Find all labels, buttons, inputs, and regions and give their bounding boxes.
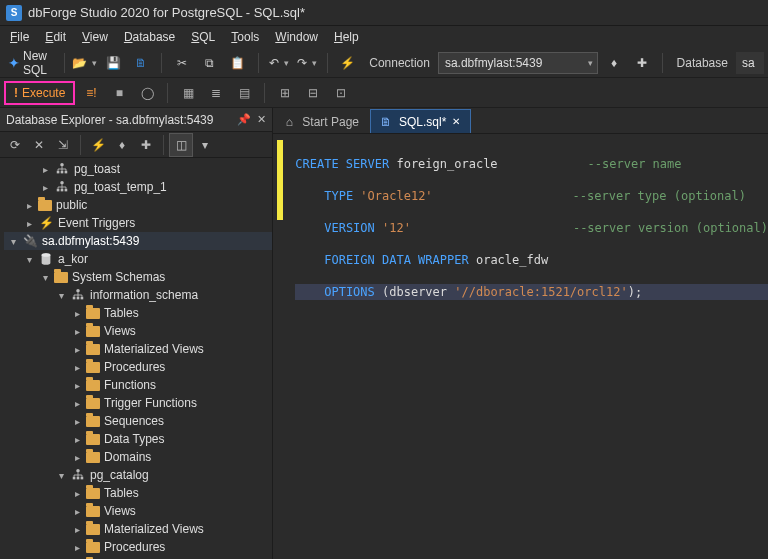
menu-database[interactable]: Database — [118, 28, 181, 46]
tree-node[interactable]: ▸pg_toast_temp_1 — [4, 178, 272, 196]
expand-toggle[interactable]: ▸ — [72, 434, 82, 445]
expand-toggle[interactable]: ▸ — [72, 344, 82, 355]
tree-node[interactable]: ▾a_kor — [4, 250, 272, 268]
refresh-button[interactable]: ⟳ — [4, 134, 26, 156]
new-connection-button[interactable]: ⚡ — [87, 134, 109, 156]
expand-toggle[interactable]: ▸ — [72, 308, 82, 319]
folder-icon — [86, 308, 100, 319]
close-connection-button[interactable]: ✕ — [28, 134, 50, 156]
plug-icon: ♦ — [119, 138, 125, 152]
pin-icon[interactable]: 📌 — [237, 113, 251, 126]
expand-toggle[interactable]: ▾ — [24, 254, 34, 265]
connection-select[interactable]: sa.dbfmylast:5439 ▾ — [438, 52, 598, 74]
open-button[interactable]: 📂▾ — [73, 51, 98, 75]
tree-node[interactable]: ▸Tables — [4, 484, 272, 502]
expand-toggle[interactable]: ▸ — [72, 326, 82, 337]
expand-toggle[interactable]: ▸ — [40, 164, 50, 175]
tree-node[interactable]: ▸Sequences — [4, 412, 272, 430]
connect-button[interactable]: ⚡ — [335, 51, 359, 75]
expand-toggle[interactable]: ▸ — [72, 488, 82, 499]
menu-view[interactable]: View — [76, 28, 114, 46]
tab-start-page[interactable]: ⌂ Start Page — [273, 109, 370, 133]
app-icon: S — [6, 5, 22, 21]
record-button[interactable]: ◯ — [135, 81, 159, 105]
tree-node[interactable]: ▸Materialized Views — [4, 340, 272, 358]
paste-button[interactable]: 📋 — [226, 51, 250, 75]
execute-button[interactable]: ! Execute — [4, 81, 75, 105]
tree-node[interactable]: ▸Trigger Functions — [4, 394, 272, 412]
cut-button[interactable]: ✂ — [170, 51, 194, 75]
menu-edit[interactable]: Edit — [39, 28, 72, 46]
expand-toggle[interactable]: ▾ — [56, 470, 66, 481]
menu-sql[interactable]: SQL — [185, 28, 221, 46]
text-view-button[interactable]: ≣ — [204, 81, 228, 105]
execute-current-button[interactable]: ≡! — [79, 81, 103, 105]
folder-icon — [86, 326, 100, 337]
tree-node[interactable]: ▾🔌sa.dbfmylast:5439 — [4, 232, 272, 250]
connection-misc-button[interactable]: ✚ — [135, 134, 157, 156]
copy-button[interactable]: ⧉ — [198, 51, 222, 75]
tree-node[interactable]: ▸Procedures — [4, 358, 272, 376]
tree-node[interactable]: ▾System Schemas — [4, 268, 272, 286]
schema-view-button[interactable]: ◫ — [170, 134, 192, 156]
expand-toggle[interactable]: ▸ — [72, 416, 82, 427]
list-icon: ≣ — [211, 86, 221, 100]
tree-node[interactable]: ▸public — [4, 196, 272, 214]
menu-window[interactable]: Window — [269, 28, 324, 46]
expand-toggle[interactable]: ▸ — [24, 200, 34, 211]
tree-node[interactable]: ▸Views — [4, 322, 272, 340]
menu-help[interactable]: Help — [328, 28, 365, 46]
expand-toggle[interactable]: ▾ — [8, 236, 18, 247]
layout-1-button[interactable]: ⊞ — [273, 81, 297, 105]
collapse-button[interactable]: ⇲ — [52, 134, 74, 156]
tree-node[interactable]: ▸⚡Event Triggers — [4, 214, 272, 232]
tree-label: Data Types — [104, 432, 164, 446]
expand-toggle[interactable]: ▸ — [72, 506, 82, 517]
explorer-tree[interactable]: ▸pg_toast▸pg_toast_temp_1▸public▸⚡Event … — [0, 158, 272, 559]
tree-node[interactable]: ▸Tables — [4, 304, 272, 322]
new-sql-button[interactable]: ✦ New SQL — [4, 51, 56, 75]
menu-file[interactable]: File — [4, 28, 35, 46]
svg-rect-7 — [65, 189, 68, 192]
expand-toggle[interactable]: ▸ — [72, 452, 82, 463]
tree-node[interactable]: ▸pg_toast — [4, 160, 272, 178]
connection-manage-button[interactable]: ♦ — [602, 51, 626, 75]
expand-toggle[interactable]: ▾ — [56, 290, 66, 301]
expand-toggle[interactable]: ▸ — [24, 218, 34, 229]
grid-view-button[interactable]: ▦ — [176, 81, 200, 105]
expand-toggle[interactable]: ▸ — [72, 542, 82, 553]
close-icon[interactable]: ✕ — [452, 116, 460, 127]
tree-node[interactable]: ▸Domains — [4, 448, 272, 466]
filter-button[interactable]: ▾ — [194, 134, 216, 156]
tab-sql[interactable]: 🗎 SQL.sql* ✕ — [370, 109, 471, 133]
expand-toggle[interactable]: ▸ — [72, 380, 82, 391]
database-select[interactable]: sa — [736, 52, 764, 74]
tree-label: Views — [104, 504, 136, 518]
menu-tools[interactable]: Tools — [225, 28, 265, 46]
tree-node[interactable]: ▾pg_catalog — [4, 466, 272, 484]
expand-toggle[interactable]: ▸ — [72, 524, 82, 535]
save-all-button[interactable]: 🗎 — [129, 51, 153, 75]
tree-node[interactable]: ▸Procedures — [4, 538, 272, 556]
tree-node[interactable]: ▾information_schema — [4, 286, 272, 304]
expand-toggle[interactable]: ▸ — [72, 398, 82, 409]
chart-view-button[interactable]: ▤ — [232, 81, 256, 105]
expand-toggle[interactable]: ▸ — [72, 362, 82, 373]
redo-button[interactable]: ↷▾ — [295, 51, 319, 75]
layout-2-button[interactable]: ⊟ — [301, 81, 325, 105]
connection-props-button[interactable]: ♦ — [111, 134, 133, 156]
layout-3-button[interactable]: ⊡ — [329, 81, 353, 105]
undo-button[interactable]: ↶▾ — [267, 51, 291, 75]
tree-node[interactable]: ▸Materialized Views — [4, 520, 272, 538]
close-icon[interactable]: ✕ — [257, 113, 266, 126]
connection-add-button[interactable]: ✚ — [630, 51, 654, 75]
stop-button[interactable]: ■ — [107, 81, 131, 105]
tree-node[interactable]: ▸Functions — [4, 376, 272, 394]
tree-node[interactable]: ▸Data Types — [4, 430, 272, 448]
expand-toggle[interactable]: ▸ — [40, 182, 50, 193]
save-button[interactable]: 💾 — [101, 51, 125, 75]
sql-editor[interactable]: CREATE SERVER foreign_oracle--server nam… — [273, 134, 768, 559]
expand-toggle[interactable]: ▾ — [40, 272, 50, 283]
tree-node[interactable]: ▸Views — [4, 502, 272, 520]
svg-rect-11 — [73, 297, 76, 300]
